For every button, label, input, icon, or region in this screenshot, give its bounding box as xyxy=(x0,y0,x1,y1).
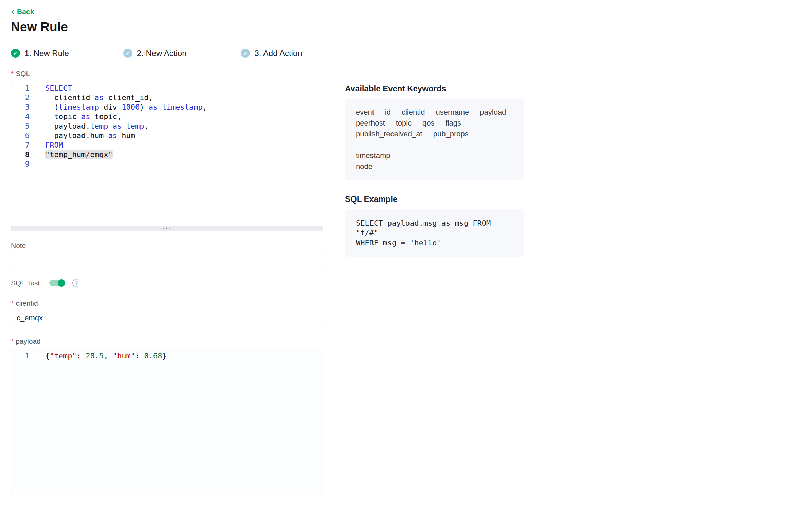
code-line: 2 clientid as client_id, xyxy=(11,93,323,102)
step-1-new-rule[interactable]: ✓ 1. New Rule xyxy=(11,49,69,58)
keyword-item: node xyxy=(356,161,372,172)
code-text: payload.hum as hum xyxy=(36,131,135,140)
line-number: 1 xyxy=(11,83,36,93)
code-line: 3 (timestamp div 1000) as timestamp, xyxy=(11,102,323,112)
code-text: topic as topic, xyxy=(36,112,122,121)
line-number: 2 xyxy=(11,93,36,102)
clientid-label-text: clientid xyxy=(16,299,38,307)
step-2-new-action[interactable]: ✓ 2. New Action xyxy=(123,49,187,58)
keyword-item: username xyxy=(436,107,469,118)
keyword-item: qos xyxy=(422,118,434,129)
code-line: 1{"temp": 28.5, "hum": 0.68} xyxy=(11,351,323,361)
resize-dots-icon: ••• xyxy=(162,226,172,231)
check-circle-icon: ✓ xyxy=(123,49,132,58)
code-line: 7FROM xyxy=(11,140,323,150)
sql-editor[interactable]: 1SELECT2 clientid as client_id,3 (timest… xyxy=(11,81,323,231)
code-line: 8"temp_hum/emqx" xyxy=(11,150,323,159)
help-icon[interactable]: ? xyxy=(72,279,80,287)
code-line: 1SELECT xyxy=(11,83,323,93)
note-label: Note xyxy=(11,242,323,250)
code-text xyxy=(36,159,45,169)
sql-label: * SQL xyxy=(11,70,323,78)
note-field: Note xyxy=(11,242,323,267)
example-line: WHERE msg = 'hello' xyxy=(356,238,513,248)
note-label-text: Note xyxy=(11,242,26,250)
keyword-item: peerhost xyxy=(356,118,385,129)
page-title: New Rule xyxy=(11,20,784,34)
keyword-row: peerhosttopicqosflags xyxy=(356,118,513,129)
clientid-field: * clientid xyxy=(11,299,323,325)
code-line: 4 topic as topic, xyxy=(11,112,323,121)
sql-label-text: SQL xyxy=(16,70,30,78)
back-label: Back xyxy=(17,7,34,16)
payload-code-area[interactable]: 1{"temp": 28.5, "hum": 0.68} xyxy=(11,349,323,494)
step-3-add-action[interactable]: ✓ 3. Add Action xyxy=(241,49,302,58)
code-text: (timestamp div 1000) as timestamp, xyxy=(36,102,207,112)
sql-example-box: SELECT payload.msg as msg FROM "t/#"WHER… xyxy=(345,209,524,256)
stepper: ✓ 1. New Rule ✓ 2. New Action ✓ 3. Add A… xyxy=(11,49,784,58)
required-asterisk: * xyxy=(11,337,14,345)
line-number: 6 xyxy=(11,131,36,140)
step-label: 3. Add Action xyxy=(254,49,302,58)
required-asterisk: * xyxy=(11,70,14,78)
keywords-box: eventidclientidusernamepayloadpeerhostto… xyxy=(345,99,524,180)
code-text: SELECT xyxy=(36,83,72,93)
keyword-item: publish_received_at xyxy=(356,129,422,139)
sql-test-toggle[interactable] xyxy=(49,280,65,286)
keyword-item: timestamp xyxy=(356,150,390,161)
step-connector xyxy=(193,53,234,53)
toggle-knob xyxy=(58,279,65,287)
keyword-row: publish_received_atpub_propstimestamp xyxy=(356,129,513,161)
payload-field: * payload 1{"temp": 28.5, "hum": 0.68} xyxy=(11,337,323,494)
line-number: 3 xyxy=(11,102,36,112)
check-circle-icon: ✓ xyxy=(241,49,250,58)
code-line: 5 payload.temp as temp, xyxy=(11,121,323,131)
code-line: 6 payload.hum as hum xyxy=(11,131,323,140)
code-text: "temp_hum/emqx" xyxy=(36,150,113,159)
line-number: 5 xyxy=(11,121,36,131)
code-text: {"temp": 28.5, "hum": 0.68} xyxy=(36,351,167,361)
payload-editor[interactable]: 1{"temp": 28.5, "hum": 0.68} xyxy=(11,349,323,494)
content: * SQL 1SELECT2 clientid as client_id,3 (… xyxy=(11,70,784,494)
keywords-title: Available Event Keywords xyxy=(345,84,524,93)
payload-label-text: payload xyxy=(16,337,41,345)
keyword-item: topic xyxy=(396,118,412,129)
example-title: SQL Example xyxy=(345,194,524,204)
step-connector xyxy=(76,53,116,53)
editor-resize-handle[interactable]: ••• xyxy=(11,226,323,231)
line-number: 7 xyxy=(11,140,36,150)
keyword-item: id xyxy=(385,107,391,118)
line-number: 4 xyxy=(11,112,36,121)
back-link[interactable]: ‹ Back xyxy=(11,7,34,16)
clientid-input[interactable] xyxy=(11,311,323,325)
step-label: 1. New Rule xyxy=(24,49,69,58)
keyword-item: event xyxy=(356,107,374,118)
code-text: clientid as client_id, xyxy=(36,93,153,102)
clientid-label: * clientid xyxy=(11,299,323,307)
payload-label: * payload xyxy=(11,337,323,345)
help-panel: Available Event Keywords eventidclientid… xyxy=(345,70,524,256)
keyword-item: payload xyxy=(480,107,506,118)
code-text: payload.temp as temp, xyxy=(36,121,149,131)
required-asterisk: * xyxy=(11,299,14,307)
code-line: 9 xyxy=(11,159,323,169)
line-number: 1 xyxy=(11,351,36,361)
note-input[interactable] xyxy=(11,253,323,267)
keyword-item: clientid xyxy=(402,107,425,118)
sql-code-area[interactable]: 1SELECT2 clientid as client_id,3 (timest… xyxy=(11,81,323,226)
keyword-row: node xyxy=(356,161,513,172)
keyword-item: pub_props xyxy=(433,129,469,139)
line-number: 9 xyxy=(11,159,36,169)
new-rule-page: ‹ Back New Rule ✓ 1. New Rule ✓ 2. New A… xyxy=(0,0,800,494)
check-circle-icon: ✓ xyxy=(11,49,20,58)
code-text: FROM xyxy=(36,140,63,150)
sql-test-label: SQL Test: xyxy=(11,279,42,287)
sql-test-field: SQL Test: ? xyxy=(11,279,323,287)
chevron-left-icon: ‹ xyxy=(11,8,14,14)
keyword-item: flags xyxy=(446,118,461,129)
keyword-row: eventidclientidusernamepayload xyxy=(356,107,513,118)
step-label: 2. New Action xyxy=(137,49,187,58)
line-number: 8 xyxy=(11,150,36,159)
rule-form: * SQL 1SELECT2 clientid as client_id,3 (… xyxy=(11,70,323,494)
example-line: SELECT payload.msg as msg FROM "t/#" xyxy=(356,218,513,238)
